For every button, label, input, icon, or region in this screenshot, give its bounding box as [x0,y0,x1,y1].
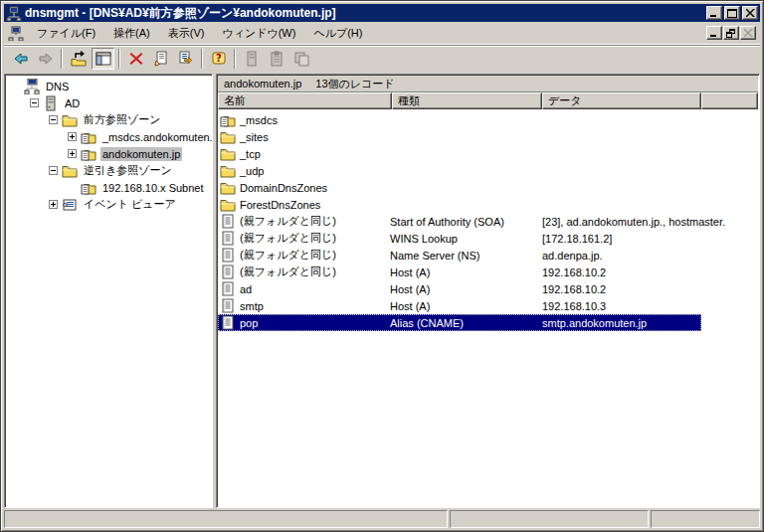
record-row--[interactable]: (親フォルダと同じ)Host (A)192.168.10.2 [218,264,701,280]
record-row-_msdcs[interactable]: _msdcs [218,111,701,128]
record-data: [172.18.161.2] [542,233,701,245]
properties-button[interactable] [149,48,172,70]
plus-expander-icon[interactable] [68,149,77,158]
record-icon [220,315,236,330]
mdi-close-button[interactable] [740,26,756,40]
record-type: Host (A) [390,300,542,312]
main-area: DNSAD前方参照ゾーン_msdcs.andokomuten.jpandokom… [4,74,760,508]
menu-action[interactable]: 操作(A) [104,23,159,44]
record-type: Host (A) [390,283,542,295]
toolbar-separator [201,49,203,69]
title-bar[interactable]: dnsmgmt - [DNS¥AD¥前方参照ゾーン¥andokomuten.jp… [4,4,760,22]
record-data: smtp.andokomuten.jp [542,317,701,329]
minus-expander-icon[interactable] [49,166,58,175]
record-row-_udp[interactable]: _udp [218,162,701,179]
list-column-headers: 名前種類データ [218,92,758,109]
record-row-smtp[interactable]: smtpHost (A)192.168.10.3 [218,297,701,314]
svg-text:?: ? [216,53,222,64]
column-header-1[interactable]: 名前 [218,92,392,109]
export-list-icon [178,51,194,67]
status-cell-3 [651,510,760,528]
record-row-DomainDnsZones[interactable]: DomainDnsZones [218,179,701,196]
record-list: _msdcs_sites_tcp_udpDomainDnsZonesForest… [218,109,758,506]
folder-icon [220,197,236,212]
zone-folder-icon [81,129,97,145]
record-data: 192.168.10.2 [542,283,701,295]
mdi-minimize-button[interactable] [706,26,722,40]
tree-item-andokomuten.jp[interactable]: andokomuten.jp [7,145,212,162]
record-type: Start of Authority (SOA) [390,216,542,228]
record-row--[interactable]: (親フォルダと同じ)Start of Authority (SOA)[23], … [218,213,701,230]
maximize-button[interactable] [724,6,740,20]
copy-windows-icon [293,51,309,67]
menu-view[interactable]: 表示(V) [159,23,214,44]
delete-icon [128,51,144,67]
up-one-level-button[interactable] [67,48,90,70]
tree-item-AD[interactable]: AD [7,94,212,111]
mdi-restore-button[interactable] [723,26,739,40]
show-console-tree-button[interactable] [92,48,114,70]
delete-button[interactable] [124,48,147,70]
tree-item-_msdcs.andokomuten.jp[interactable]: _msdcs.andokomuten.jp [7,128,212,145]
clipboard-button[interactable] [265,48,287,70]
record-icon [220,281,236,296]
plus-expander-icon[interactable] [68,132,77,141]
clipboard-icon [269,51,285,67]
zone-folder-icon [81,146,97,162]
window-controls [706,6,758,20]
status-cell-1 [4,510,448,528]
dns-management-console-window: dnsmgmt - [DNS¥AD¥前方参照ゾーン¥andokomuten.jp… [0,0,764,532]
record-row-_tcp[interactable]: _tcp [218,145,701,162]
copy-windows-button[interactable] [289,48,312,70]
server-button[interactable] [240,48,263,70]
menu-window[interactable]: ウィンドウ(W) [213,23,304,44]
record-name: (親フォルダと同じ) [240,231,336,246]
record-row-ForestDnsZones[interactable]: ForestDnsZones [218,196,701,213]
help-icon: ? [211,51,227,67]
dns-console-icon [6,6,22,20]
folder-icon [62,112,79,128]
record-name: ForestDnsZones [240,199,320,211]
back-arrow-button[interactable] [9,48,32,70]
help-button[interactable]: ? [207,48,230,70]
mdi-window-controls [706,26,756,40]
tree-item-label: イベント ビューア [82,196,178,213]
folder-icon [220,163,236,178]
record-type: Host (A) [390,266,542,278]
menu-bar: ファイル(F)操作(A)表示(V)ウィンドウ(W)ヘルプ(H) [4,22,760,45]
menu-file[interactable]: ファイル(F) [28,23,104,44]
forward-arrow-icon [38,51,54,67]
tree-item--[interactable]: 前方参照ゾーン [7,111,212,128]
tree-item--[interactable]: イベント ビューア [7,196,212,213]
record-icon [220,231,236,246]
close-button[interactable] [742,6,758,20]
tree-item-DNS[interactable]: DNS [7,78,212,94]
tree-item-label: andokomuten.jp [100,147,182,161]
record-icon [220,265,236,279]
result-description-bar: andokomuten.jp 13個のレコード [218,76,758,92]
minus-expander-icon[interactable] [30,98,39,107]
export-list-button[interactable] [174,48,197,70]
tree-item-192.168.10.x-Subnet[interactable]: 192.168.10.x Subnet [7,179,212,196]
minimize-button[interactable] [706,6,722,20]
tree-item--[interactable]: 逆引き参照ゾーン [7,162,212,179]
record-name: ad [240,283,252,295]
forward-arrow-button[interactable] [34,48,57,70]
record-row--[interactable]: (親フォルダと同じ)WINS Lookup[172.18.161.2] [218,230,701,247]
record-name: (親フォルダと同じ) [240,214,336,229]
server-icon [43,95,60,111]
record-row-_sites[interactable]: _sites [218,128,701,145]
record-row-pop[interactable]: popAlias (CNAME)smtp.andokomuten.jp [218,314,701,331]
record-name: pop [240,317,258,329]
record-type: Alias (CNAME) [390,317,542,329]
column-header-3[interactable]: データ [542,92,701,109]
window-title: dnsmgmt - [DNS¥AD¥前方参照ゾーン¥andokomuten.jp… [25,4,706,22]
plus-expander-icon[interactable] [49,200,58,209]
record-row-ad[interactable]: adHost (A)192.168.10.2 [218,280,701,297]
minus-expander-icon[interactable] [49,115,58,124]
tree-item-label: 逆引き参照ゾーン [82,162,174,179]
tree-item-label: 192.168.10.x Subnet [100,181,206,195]
record-row--[interactable]: (親フォルダと同じ)Name Server (NS)ad.denpa.jp. [218,247,701,264]
column-header-2[interactable]: 種類 [392,92,542,109]
menu-help[interactable]: ヘルプ(H) [304,23,371,44]
